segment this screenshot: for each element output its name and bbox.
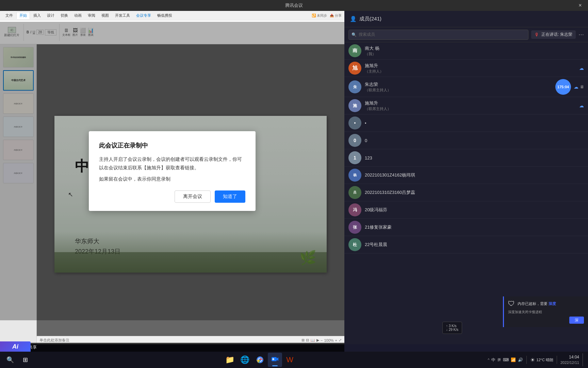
taskbar-right: ^ 中 拼 ⌨ 📶 🔊 ☀ 12°C 晴朗 14:04 2022/12/11 <box>488 353 585 366</box>
confirm-button[interactable]: 知道了 <box>215 190 245 203</box>
member-name: 2022101310Z3160吕梦蕊 <box>365 189 584 196</box>
member-icons: ☁ <box>579 103 584 108</box>
member-item[interactable]: 1 123 <box>344 149 588 167</box>
app-title: 腾讯会议 <box>285 2 303 9</box>
tab-animation[interactable]: 动画 <box>71 12 84 19</box>
ppt-tab-bar: 文件 开始 插入 设计 切换 动画 审阅 视图 开发工具 会议专享 畅低携投 🔁… <box>0 11 344 20</box>
taskbar-wps[interactable]: W <box>283 353 297 367</box>
member-icons: 175:04 ☁ 🖥 <box>555 79 584 95</box>
net-upload-speed: ↑ 3 K/s <box>446 324 458 328</box>
members-panel: 👤 成员(241) 🔍 搜索成员 🎙 正在讲话: 朱志荣 ⋯ 南 南大 杨 （我… <box>344 11 588 344</box>
tray-network[interactable]: 📶 <box>511 357 516 362</box>
memory-warning: 🛡 内存已超标，需要 深度 深度加速关闭卡慢进程 深 <box>503 296 588 327</box>
member-item[interactable]: • • <box>344 114 588 132</box>
tray-expand[interactable]: ^ <box>488 358 489 362</box>
dialog-note: 如果留在会议中，表示你同意录制 <box>99 176 245 182</box>
tab-insert[interactable]: 插入 <box>31 12 44 19</box>
clock-time: 14:04 <box>560 354 579 360</box>
tab-view[interactable]: 视图 <box>99 12 112 19</box>
taskbar-chrome[interactable] <box>253 353 267 367</box>
member-item[interactable]: 施 施旭升 （联席主持人） ☁ <box>344 97 588 114</box>
member-info: 施旭升 （联席主持人） <box>365 100 576 111</box>
tab-home[interactable]: 开始 <box>16 12 30 19</box>
tray-speaker[interactable]: 🔊 <box>518 357 523 362</box>
member-info: 朱志荣 （联席主持人） <box>365 81 552 93</box>
member-item[interactable]: 南 南大 杨 （我） <box>344 42 588 60</box>
tab-review[interactable]: 审阅 <box>85 12 98 19</box>
cloud-icon: ☁ <box>579 103 584 108</box>
taskbar-weather[interactable]: ☀ 12°C 晴朗 <box>530 357 553 363</box>
member-avatar: 南 <box>348 44 361 57</box>
member-info: 21修复张家豪 <box>365 224 584 230</box>
tab-design[interactable]: 设计 <box>44 12 57 19</box>
member-name: 22号杜晨晨 <box>365 242 584 248</box>
collab-save[interactable]: 🔁 未同步 <box>312 13 327 18</box>
zoom-out[interactable]: − <box>321 338 323 342</box>
tray-lang[interactable]: 中 <box>491 357 495 363</box>
view-reading[interactable]: 📖 <box>310 338 315 342</box>
search-box[interactable]: 🔍 搜索成员 <box>348 30 528 40</box>
mic-muted-icon: 🎙 <box>535 32 539 37</box>
main-ppt-area: 文件 开始 插入 设计 切换 动画 审阅 视图 开发工具 会议专享 畅低携投 🔁… <box>0 11 344 344</box>
member-role: （我） <box>365 51 584 57</box>
search-placeholder: 搜索成员 <box>359 32 375 37</box>
member-item[interactable]: 张 21修复张家豪 <box>344 219 588 236</box>
member-item[interactable]: 朱 朱志荣 （联席主持人） 175:04 ☁ 🖥 <box>344 77 588 97</box>
tab-file[interactable]: 文件 <box>3 12 16 19</box>
view-slideshow[interactable]: ▶ <box>316 338 319 342</box>
member-avatar: 吕 <box>348 186 361 199</box>
member-item[interactable]: 旭 施旭升 （主持人） ☁ <box>344 60 588 77</box>
tray-keyboard[interactable]: ⌨ <box>503 357 509 362</box>
dialog-body: 主持人开启了会议云录制，会议的创建者可以观看云录制文件，你可以在会议结束后联系【… <box>99 155 245 172</box>
memory-action-btn[interactable]: 深 <box>569 317 584 324</box>
member-item[interactable]: 冯 20级冯福芬 <box>344 201 588 219</box>
search-icon: 🔍 <box>352 32 357 37</box>
dialog-title: 此会议正在录制中 <box>99 141 245 150</box>
zoom-in[interactable]: + <box>335 338 337 342</box>
tab-transition[interactable]: 切换 <box>58 12 71 19</box>
tab-meeting[interactable]: 会议专享 <box>133 12 154 19</box>
member-info: 施旭升 （主持人） <box>365 63 576 74</box>
leave-meeting-button[interactable]: 离开会议 <box>175 190 211 203</box>
fit-page[interactable]: ⤢ <box>339 338 342 342</box>
member-avatar: 杨 <box>348 169 361 182</box>
taskbar-task-view[interactable]: ⊞ <box>18 353 32 367</box>
show-desktop-button[interactable] <box>583 353 585 366</box>
tab-broadcast[interactable]: 畅低携投 <box>154 12 175 19</box>
member-avatar: • <box>348 117 361 129</box>
ai-label: Ai <box>12 343 18 350</box>
memory-action-text: 深度 <box>549 302 556 306</box>
member-icons: ☁ <box>579 65 584 71</box>
member-item[interactable]: 杨 2022101301Z4162杨玮琪 <box>344 167 588 184</box>
taskbar-file-explorer[interactable]: 📁 <box>223 353 237 367</box>
member-item[interactable]: 杜 22号杜晨晨 <box>344 236 588 254</box>
cloud-icon: ☁ <box>579 65 584 71</box>
speaking-label: 正在讲话: 朱志荣 <box>541 32 572 37</box>
more-options-icon[interactable]: ⋯ <box>578 31 584 38</box>
view-slide-sorter[interactable]: ⊟ <box>306 338 309 342</box>
screen-share-icon: 🖥 <box>580 85 584 89</box>
sys-tray: ^ 中 拼 ⌨ 📶 🔊 <box>488 357 523 363</box>
taskbar-tencent-meeting[interactable] <box>268 353 282 367</box>
member-avatar: 1 <box>348 151 361 164</box>
member-info: 20级冯福芬 <box>365 207 584 213</box>
member-name: 20级冯福芬 <box>365 207 584 213</box>
member-name: 2022101301Z4162杨玮琪 <box>365 172 584 178</box>
tab-dev[interactable]: 开发工具 <box>112 12 133 19</box>
svg-marker-4 <box>277 357 278 361</box>
member-name: 施旭升 <box>365 63 576 69</box>
ai-badge[interactable]: Ai <box>0 341 31 352</box>
tray-pinyin[interactable]: 拼 <box>497 357 501 362</box>
member-avatar: 施 <box>348 99 361 112</box>
taskbar-edge[interactable]: 🌐 <box>238 353 252 367</box>
member-item[interactable]: 0 0 <box>344 132 588 149</box>
member-avatar: 朱 <box>348 80 361 93</box>
clock-area[interactable]: 14:04 2022/12/11 <box>560 354 579 365</box>
collab-share[interactable]: 📤 分享 <box>330 13 342 18</box>
member-item[interactable]: 吕 2022101310Z3160吕梦蕊 <box>344 184 588 201</box>
dialog-overlay: 此会议正在录制中 主持人开启了会议云录制，会议的创建者可以观看云录制文件，你可以… <box>0 22 344 320</box>
taskbar-search[interactable]: 🔍 <box>3 353 17 367</box>
view-normal[interactable]: ⊞ <box>301 338 305 342</box>
windows-taskbar: 🔍 ⊞ 📁 🌐 W ^ 中 拼 <box>0 352 588 368</box>
close-button[interactable]: × <box>572 0 588 11</box>
